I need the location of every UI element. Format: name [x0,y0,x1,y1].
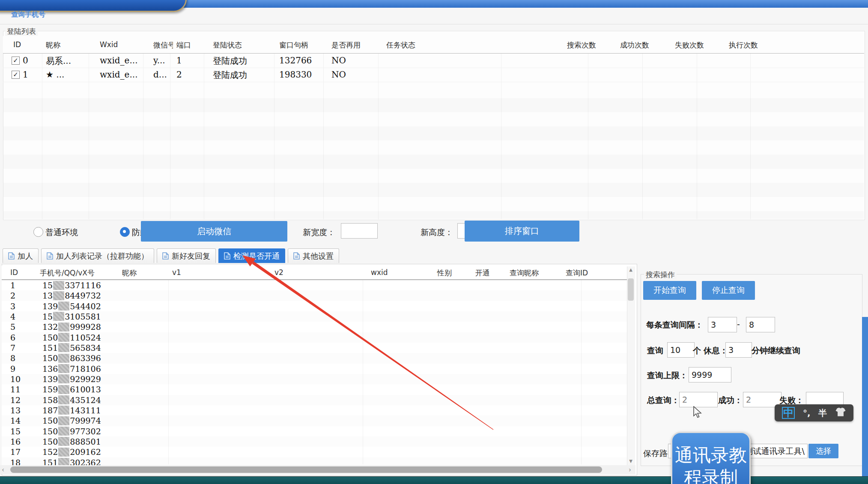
phone-blur-mask [58,395,69,404]
radio-anti-env[interactable] [120,227,130,237]
ime-punctuation-icon[interactable]: °, [803,408,811,418]
query-col-header[interactable]: v2 [274,268,283,277]
query-table-row[interactable]: 13187143111 [2,405,627,415]
query-col-header[interactable]: ID [10,268,18,277]
query-col-header[interactable]: 手机号/QQ/vX号 [40,268,95,278]
query-col-header[interactable]: 昵称 [122,268,137,278]
radio-normal-env-label: 普通环境 [45,227,78,238]
query-table-row[interactable]: 15150977302 [2,426,627,436]
radio-normal-env[interactable] [33,227,43,237]
row-checkbox[interactable]: ✓ [12,71,20,79]
scroll-left-icon[interactable]: ‹ [2,466,4,474]
phone-blur-mask [58,333,69,342]
query-table-row[interactable]: 5132999928 [2,322,627,332]
phone-suffix: 544402 [70,302,101,311]
login-col-header[interactable]: 是否再用 [331,40,361,50]
rest-input[interactable] [725,342,752,358]
query-cell-phone: 150863396 [42,353,101,363]
phone-prefix: 13 [42,291,53,300]
ime-skin-shirt-icon[interactable] [835,407,846,418]
ime-chinese-mode-icon[interactable]: 中 [782,407,795,419]
tab-check-open[interactable]: 检测是否开通 [218,248,285,263]
scroll-right-icon[interactable]: › [629,466,631,474]
login-col-header[interactable]: 执行次数 [729,40,758,50]
query-table-row[interactable]: 14150799974 [2,415,627,426]
query-col-header[interactable]: 查询昵称 [510,268,539,278]
login-col-header[interactable]: 搜索次数 [567,40,596,50]
query-col-header[interactable]: v1 [172,268,181,277]
login-table-row[interactable]: ✓1★ ...wxid_e...d...2登陆成功198330NO [3,68,864,82]
ime-halfwidth-icon[interactable]: 半 [818,407,827,419]
limit-input[interactable] [689,367,731,382]
login-col-header[interactable]: 登陆状态 [213,40,242,50]
rest-label: 休息： [704,345,728,356]
launch-wechat-button[interactable]: 启动微信 [141,221,287,242]
watermark-badge: 通讯录教 程录制 [671,432,751,484]
query-table-row[interactable]: 3139544402 [2,301,627,311]
query-table-row[interactable]: 6150110524 [2,332,627,343]
new-width-input[interactable] [341,223,378,239]
login-col-header[interactable]: Wxid [100,40,118,49]
query-table-row[interactable]: 10139929929 [2,374,627,384]
login-cell-reuse: NO [331,55,346,66]
query-table-row[interactable]: 17152209162 [2,447,627,457]
tab-item-2[interactable]: 新好友回复 [157,248,216,263]
phone-prefix: 151 [42,343,58,353]
phone-suffix: 3371116 [65,281,101,290]
query-cell-phone: 150977302 [42,427,101,436]
interval-to-input[interactable] [746,317,775,332]
login-table-rows: ✓0易系...wxid_e...y...1登陆成功132766NO✓1★ ...… [3,54,864,84]
login-cell-nick: 易系... [46,55,71,67]
query-table-row[interactable]: 7151565834 [2,343,627,353]
query-table-row[interactable]: 18151302362 [2,457,627,465]
interval-from-input[interactable] [708,317,737,332]
choose-path-button[interactable]: 选择 [808,444,838,458]
query-table-row[interactable]: 12158435124 [2,395,627,405]
batch-count-input[interactable] [667,342,695,358]
tab-item-4[interactable]: 其他设置 [288,248,339,263]
query-table-row[interactable]: 2138449732 [2,290,627,301]
divider [0,24,868,24]
sort-windows-button[interactable]: 排序窗口 [465,221,579,242]
login-col-header[interactable]: ID [13,40,21,49]
query-col-header[interactable]: 性别 [437,268,452,278]
query-table-row[interactable]: 8150863396 [2,353,627,363]
scroll-up-icon[interactable]: ▲ [627,266,635,273]
login-col-header[interactable]: 微信号 [153,40,173,50]
query-table-row[interactable]: 1153371116 [2,280,627,290]
start-query-button[interactable]: 开始查询 [643,281,696,300]
query-table-row[interactable]: 9136718106 [2,364,627,374]
login-col-header[interactable]: 任务状态 [386,40,415,50]
vertical-scrollbar-thumb[interactable] [628,278,634,301]
total-input[interactable] [679,392,718,407]
login-col-header[interactable]: 窗口句柄 [279,40,308,50]
query-table-row[interactable]: 4153105581 [2,311,627,322]
query-col-header[interactable]: 开通 [475,268,490,278]
login-table-stripes [3,84,864,219]
query-cell-id: 3 [10,302,15,311]
document-icon [162,252,169,260]
row-checkbox[interactable]: ✓ [12,57,20,65]
phone-blur-mask [58,448,69,457]
scroll-down-icon[interactable]: ▼ [627,458,635,465]
query-col-header[interactable]: 查询ID [566,268,588,278]
query-table-row[interactable]: 11159610013 [2,384,627,394]
login-col-header[interactable]: 端口 [176,40,191,50]
query-cell-id: 10 [10,374,21,384]
query-cell-id: 17 [10,447,21,457]
tab-item-0[interactable]: 加人 [3,248,39,263]
phone-prefix: 158 [42,395,58,405]
login-col-header[interactable]: 失败次数 [675,40,704,50]
phone-prefix: 136 [42,364,58,373]
stop-query-button[interactable]: 停止查询 [702,281,755,300]
horizontal-scrollbar-thumb[interactable] [10,466,602,473]
login-table-row[interactable]: ✓0易系...wxid_e...y...1登陆成功132766NO [3,54,864,68]
login-col-header[interactable]: 昵称 [46,40,60,50]
tab-item-1[interactable]: 加人列表记录（拉群功能） [41,248,154,263]
phone-prefix: 150 [42,353,58,363]
query-col-header[interactable]: wxid [371,268,388,277]
login-col-header[interactable]: 成功次数 [620,40,649,50]
ime-toolbar[interactable]: 中 °, 半 [775,404,853,421]
query-table-row[interactable]: 16150888501 [2,436,627,447]
phone-blur-mask [58,406,69,415]
